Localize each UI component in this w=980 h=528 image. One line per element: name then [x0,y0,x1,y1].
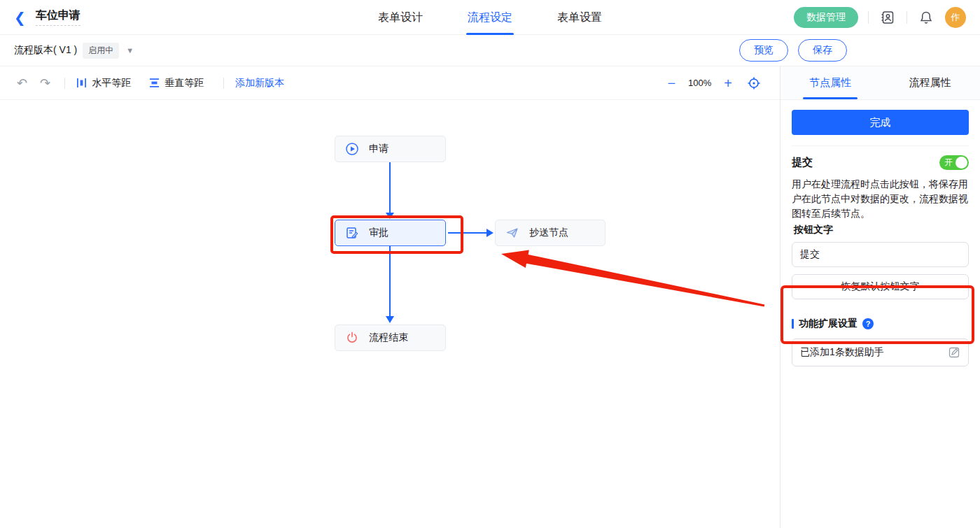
canvas-toolbar: ↶ ↷ 水平等距 垂直等距 添加新版本 [0,66,780,100]
tab-form-setting[interactable]: 表单设置 [556,0,603,35]
node-end[interactable]: 流程结束 [335,324,446,351]
chevron-down-icon[interactable]: ▼ [126,46,134,55]
zoom-level: 100% [688,78,711,88]
avatar[interactable]: 作 [945,7,966,28]
save-button[interactable]: 保存 [798,39,847,62]
version-bar: 流程版本( V1 ) 启用中 ▼ 预览 保存 [0,35,980,66]
page-title: 车位申请 [36,8,80,26]
flow-canvas[interactable]: 申请 审批 抄送节点 [0,100,780,528]
divider [223,78,224,89]
help-icon[interactable]: ? [862,318,874,329]
node-approval[interactable]: 审批 [335,220,446,246]
divider [868,11,869,24]
play-circle-icon [345,142,359,156]
tab-form-design[interactable]: 表单设计 [377,0,424,35]
tab-node-properties[interactable]: 节点属性 [780,66,881,99]
node-label: 审批 [369,227,388,239]
horizontal-spacing-button[interactable]: 水平等距 [76,77,131,90]
toggle-knob [955,157,967,169]
data-assistant-field[interactable]: 已添加1条数据助手 [792,338,969,366]
redo-icon[interactable]: ↷ [40,77,50,90]
node-cc[interactable]: 抄送节点 [495,220,606,246]
node-label: 流程结束 [369,331,408,344]
data-manage-button[interactable]: 数据管理 [794,7,858,28]
version-label: 流程版本( V1 ) [14,44,77,57]
main-tabs: 表单设计 流程设定 表单设置 [377,0,603,35]
edit-icon[interactable] [948,346,960,359]
contacts-icon[interactable] [878,8,897,27]
node-label: 抄送节点 [529,227,568,239]
submit-toggle[interactable]: 开 [939,155,969,170]
back-icon[interactable]: ❮ [14,10,26,24]
submit-section-title: 提交 [792,156,813,169]
divider [906,11,907,24]
properties-panel: 节点属性 流程属性 完成 提交 开 用户在处理流程时点击此按钮，将保存用户在此节… [780,66,980,528]
vertical-spacing-button[interactable]: 垂直等距 [149,77,204,90]
divider [792,145,969,146]
horizontal-spacing-icon [76,78,87,88]
data-assistant-value: 已添加1条数据助手 [800,346,948,359]
button-text-label: 按钮文字 [792,224,969,236]
toggle-on-label: 开 [944,157,953,169]
flow-connectors [0,100,780,528]
preview-button[interactable]: 预览 [739,39,788,62]
notification-bell-icon[interactable] [917,8,935,27]
restore-default-button[interactable]: 恢复默认按钮文字 [792,274,969,299]
node-label: 申请 [369,143,388,155]
undo-icon[interactable]: ↶ [17,77,27,90]
zoom-in-icon[interactable]: + [724,76,732,90]
power-icon [345,331,359,345]
vertical-spacing-icon [149,78,160,88]
extension-section-title: 功能扩展设置 [799,317,858,330]
submit-description: 用户在处理流程时点击此按钮，将保存用户在此节点中对数据的更改，流程数据视图转至后… [792,177,969,221]
done-button[interactable]: 完成 [792,110,969,135]
add-version-link[interactable]: 添加新版本 [235,77,284,90]
edit-doc-icon [345,226,359,240]
divider [64,78,65,89]
panel-tabs: 节点属性 流程属性 [780,66,980,100]
locate-icon[interactable] [745,74,763,92]
section-bar [792,319,794,329]
tab-flow-setting[interactable]: 流程设定 [466,0,514,35]
button-text-input[interactable] [792,242,969,267]
status-badge: 启用中 [83,43,119,59]
node-apply[interactable]: 申请 [335,136,446,162]
tab-flow-properties[interactable]: 流程属性 [881,66,980,99]
paper-plane-icon [505,226,519,240]
zoom-out-icon[interactable]: − [667,76,676,90]
top-bar: ❮ 车位申请 表单设计 流程设定 表单设置 数据管理 作 [0,0,980,35]
